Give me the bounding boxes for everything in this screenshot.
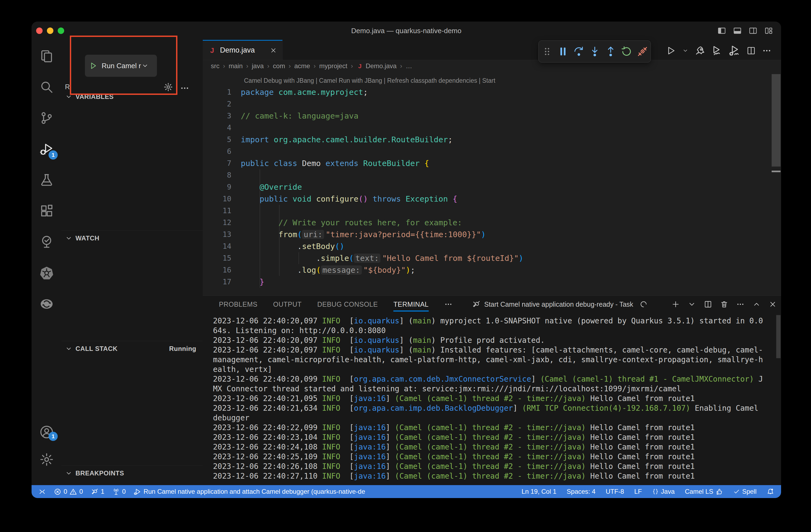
debug-toolbar-button[interactable] [573, 46, 584, 57]
chevron-down-icon [65, 93, 72, 100]
terminal-action-button[interactable] [752, 300, 761, 308]
terminal-action-button[interactable] [704, 300, 712, 308]
chevron-down-icon [141, 62, 149, 69]
activity-bar-item[interactable] [32, 257, 61, 288]
zoom-button[interactable] [58, 28, 64, 34]
line-number: 5 [203, 134, 231, 145]
language-mode[interactable]: Java [652, 488, 675, 495]
panel-tab[interactable]: OUTPUT [273, 297, 302, 312]
terminal-line: 2023-12-06 22:40:27,110 INFO [java:16] (… [213, 471, 773, 481]
line-number: 12 [203, 217, 231, 229]
tab-demo-java[interactable]: J Demo.java [203, 40, 282, 60]
indentation[interactable]: Spaces: 4 [567, 488, 596, 495]
eol-sequence[interactable]: LF [634, 488, 642, 495]
breadcrumb-item[interactable]: src [211, 62, 229, 70]
line-number: 8 [203, 169, 231, 181]
running-tasks-status[interactable]: 1 [91, 488, 104, 495]
breadcrumb-item[interactable]: main [229, 62, 252, 70]
editor-action-button[interactable] [729, 45, 740, 56]
close-button[interactable] [36, 28, 43, 34]
launch-config-dropdown[interactable]: Run Camel r [85, 55, 157, 77]
activity-bar-item[interactable] [32, 288, 61, 319]
breadcrumb-item[interactable]: acme [294, 62, 319, 70]
close-tab-icon[interactable] [270, 47, 277, 54]
line-number: 6 [203, 145, 231, 157]
notifications-bell[interactable] [767, 488, 774, 495]
debug-toolbar-button[interactable] [637, 46, 648, 57]
editor-action-button[interactable] [695, 46, 705, 56]
code-line: 10 public void configure() throws Except… [203, 193, 770, 205]
panel-tabs-more-icon[interactable] [444, 300, 453, 308]
code-line: 16 .log(message:"${body}"); [203, 264, 770, 276]
debug-toolbar-button[interactable] [605, 46, 616, 57]
terminal-action-button[interactable] [720, 300, 728, 308]
layout-toggle-icon[interactable] [717, 27, 726, 35]
problems-status[interactable]: 0 0 [54, 488, 83, 495]
activity-bar-item[interactable]: 1 [32, 134, 61, 165]
code-line: 3 // camel-k: language=java [203, 110, 770, 122]
panel-tab[interactable]: PROBLEMS [219, 297, 258, 312]
activity-bar-item[interactable] [32, 226, 61, 257]
debug-toolbar-button[interactable] [589, 46, 600, 57]
terminal-line: 2023-12-06 22:40:21,095 INFO [java:16] (… [213, 394, 773, 404]
panel-tab[interactable]: DEBUG CONSOLE [317, 297, 378, 312]
editor-actions [666, 41, 771, 61]
debug-toolbar-button[interactable] [541, 46, 553, 57]
code-line: 14 .setBody() [203, 240, 770, 252]
terminal-action-button[interactable] [688, 300, 696, 308]
encoding[interactable]: UTF-8 [606, 488, 624, 495]
ports-status[interactable]: 0 [112, 488, 126, 495]
layout-toggle-icon[interactable] [764, 27, 773, 35]
activity-bar-item[interactable] [32, 72, 61, 103]
terminal-scrollbar[interactable] [776, 315, 781, 358]
spell-checker-status[interactable]: Spell [733, 488, 756, 495]
activity-bar: 1 [32, 40, 61, 485]
debug-toolbar-button[interactable] [557, 46, 569, 57]
terminal-line: 2023-12-06 22:40:24,108 INFO [java:16] (… [213, 442, 773, 452]
terminal-action-button[interactable] [672, 300, 680, 308]
code-area[interactable]: 1 package com.acme.myproject; 2 3 // cam… [203, 86, 770, 288]
debug-session-status[interactable]: Run Camel native application and attach … [134, 488, 365, 495]
activity-bar-item[interactable] [32, 165, 61, 195]
editor-group: J Demo.java src main java [203, 40, 781, 295]
start-debug-icon[interactable] [89, 62, 97, 70]
editor-action-button[interactable] [711, 45, 722, 56]
breadcrumb-item[interactable]: myproject [319, 62, 356, 70]
breadcrumb-item[interactable]: … [406, 62, 412, 70]
code-line: 7 public class Demo extends RouteBuilder… [203, 157, 770, 169]
breadcrumb-item[interactable]: J Demo.java [356, 62, 406, 70]
terminal-action-button[interactable] [769, 300, 777, 308]
editor-action-button[interactable] [762, 46, 771, 55]
terminal-action-button[interactable] [736, 300, 745, 308]
layout-toggle-icon[interactable] [749, 27, 758, 35]
activity-bar-item[interactable] [32, 195, 61, 226]
terminal-task-title[interactable]: Start Camel native application debug-rea… [472, 296, 647, 313]
vscode-window: Demo.java — quarkus-native-demo [32, 21, 781, 498]
call-stack-section-header[interactable]: CALL STACK Running [61, 341, 203, 356]
minimize-button[interactable] [47, 28, 53, 34]
breadcrumb-item[interactable]: com [273, 62, 294, 70]
remote-indicator[interactable] [39, 488, 46, 495]
terminal-output[interactable]: 2023-12-06 22:40:20,097 INFO [io.quarkus… [213, 316, 773, 481]
activity-bar-item[interactable] [32, 103, 61, 134]
activity-bar-bottom-item[interactable]: 1 [32, 418, 61, 446]
breakpoints-section-header[interactable]: BREAKPOINTS [61, 466, 203, 481]
layout-toggle-icon[interactable] [733, 27, 742, 35]
terminal-line: 2023-12-06 22:40:26,108 INFO [java:16] (… [213, 461, 773, 471]
camel-ls-status[interactable]: Camel LS [685, 488, 723, 495]
codelens-actions[interactable]: Camel Debug with JBang | Camel Run with … [244, 77, 495, 84]
badge: 1 [48, 432, 58, 441]
watch-section-header[interactable]: WATCH [61, 231, 203, 246]
editor-scrollbar[interactable] [771, 74, 781, 167]
breadcrumb-item[interactable]: java [252, 62, 273, 70]
editor-action-button[interactable] [683, 48, 688, 53]
panel-tab[interactable]: TERMINAL [393, 297, 428, 312]
debug-toolbar-button[interactable] [621, 46, 632, 57]
variables-section-header[interactable]: VARIABLES [61, 89, 203, 104]
run-debug-sidebar: R. Run Camel r VARIABLES WATCH CALL STAC… [61, 40, 203, 485]
editor-action-button[interactable] [666, 46, 676, 56]
activity-bar-bottom-item[interactable] [32, 446, 61, 473]
activity-bar-item[interactable] [32, 41, 61, 72]
cursor-position[interactable]: Ln 19, Col 1 [521, 488, 556, 495]
editor-action-button[interactable] [747, 46, 756, 55]
